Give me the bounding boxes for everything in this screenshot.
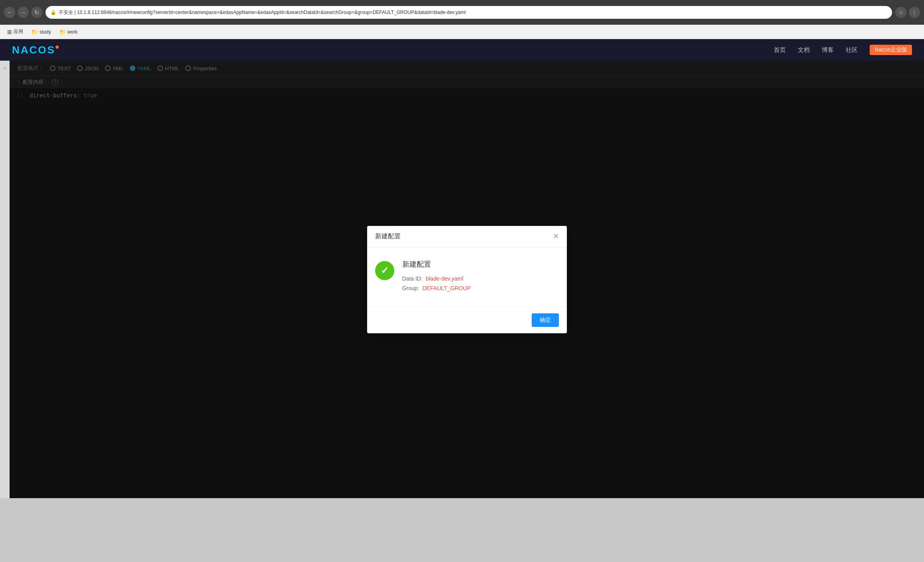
nacos-logo: NACOS	[12, 43, 60, 57]
modal-title: 新建配置	[375, 232, 401, 241]
bookmark-work[interactable]: 📁 work	[56, 27, 81, 37]
nav-buttons: ← → ↻	[4, 7, 42, 18]
nacos-logo-svg: NACOS	[12, 43, 60, 57]
nav-enterprise[interactable]: Nacos企业版	[870, 45, 912, 55]
nacos-header: NACOS 首页 文档 博客 社区 Nacos企业版	[0, 39, 924, 61]
modal-footer: 确定	[367, 307, 567, 333]
sidebar-collapse[interactable]: ‹	[0, 61, 10, 498]
bookmark-study[interactable]: 📁 study	[28, 27, 54, 37]
work-folder-icon: 📁	[59, 29, 66, 35]
bookmark-apps[interactable]: ⊞ 应用	[4, 27, 26, 37]
browser-actions: ☆ ⋮	[895, 7, 920, 18]
browser-chrome: ← → ↻ 🔒 不安全 | 10.1.8.112:8848/nacos/#/ne…	[0, 0, 924, 25]
modal-header: 新建配置 ✕	[367, 226, 567, 247]
nav-blog[interactable]: 博客	[822, 46, 834, 54]
address-bar[interactable]: 🔒 不安全 | 10.1.8.112:8848/nacos/#/newconfi…	[46, 6, 892, 19]
bookmarks-bar: ⊞ 应用 📁 study 📁 work	[0, 25, 924, 39]
svg-point-1	[56, 46, 59, 49]
bottom-gray-area	[0, 498, 924, 562]
study-label: study	[40, 29, 51, 35]
settings-button[interactable]: ⋮	[909, 7, 920, 18]
modal: 新建配置 ✕ ✓ 新建配置 Data ID: blade-dev.yaml	[367, 226, 567, 333]
bookmark-button[interactable]: ☆	[895, 7, 906, 18]
modal-body: ✓ 新建配置 Data ID: blade-dev.yaml Group: DE…	[367, 247, 567, 307]
apps-icon: ⊞	[7, 29, 12, 35]
nav-docs[interactable]: 文档	[798, 46, 810, 54]
confirm-button[interactable]: 确定	[532, 313, 559, 327]
main-page-area: ‹ 配置格式： TEXT JSON XML	[0, 61, 924, 562]
reload-button[interactable]: ↻	[31, 7, 42, 18]
success-icon: ✓	[375, 261, 394, 280]
modal-data-id-row: Data ID: blade-dev.yaml	[402, 275, 559, 282]
nav-home[interactable]: 首页	[774, 46, 786, 54]
modal-success-title: 新建配置	[402, 259, 559, 269]
group-value: DEFAULT_GROUP	[422, 285, 471, 291]
work-label: work	[68, 29, 77, 35]
apps-label: 应用	[14, 28, 23, 35]
url-text: 不安全 | 10.1.8.112:8848/nacos/#/newconfig?…	[59, 9, 466, 16]
modal-close-button[interactable]: ✕	[553, 233, 559, 240]
lock-icon: 🔒	[50, 10, 56, 15]
study-folder-icon: 📁	[31, 29, 38, 35]
nacos-nav: 首页 文档 博客 社区 Nacos企业版	[774, 45, 912, 55]
back-button[interactable]: ←	[4, 7, 15, 18]
svg-text:NACOS: NACOS	[12, 44, 56, 56]
editor-section: ‹ 配置格式： TEXT JSON XML	[0, 61, 924, 498]
nav-community[interactable]: 社区	[846, 46, 858, 54]
check-icon: ✓	[381, 265, 389, 276]
modal-overlay: 新建配置 ✕ ✓ 新建配置 Data ID: blade-dev.yaml	[10, 61, 924, 498]
group-label: Group:	[402, 285, 419, 291]
data-id-label: Data ID:	[402, 275, 423, 282]
data-id-value: blade-dev.yaml	[426, 275, 463, 282]
chevron-left-icon: ‹	[4, 65, 6, 71]
forward-button[interactable]: →	[18, 7, 29, 18]
editor-area: 配置格式： TEXT JSON XML YAML	[10, 61, 924, 498]
modal-group-row: Group: DEFAULT_GROUP	[402, 285, 559, 291]
modal-info: 新建配置 Data ID: blade-dev.yaml Group: DEFA…	[402, 259, 559, 295]
